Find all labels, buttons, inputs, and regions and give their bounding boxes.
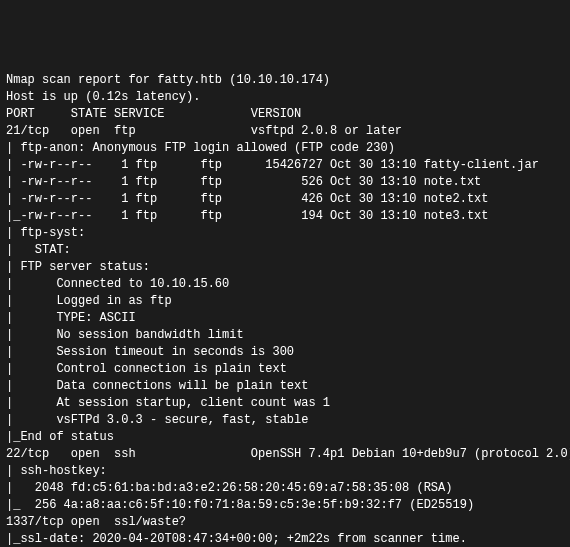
output-line: | ssh-hostkey: — [6, 463, 564, 480]
output-line: |_-rw-r--r-- 1 ftp ftp 194 Oct 30 13:10 … — [6, 208, 564, 225]
output-line: | vsFTPd 3.0.3 - secure, fast, stable — [6, 412, 564, 429]
output-line: | Connected to 10.10.15.60 — [6, 276, 564, 293]
output-line: |_ssl-date: 2020-04-20T08:47:34+00:00; +… — [6, 531, 564, 547]
output-line: 22/tcp open ssh OpenSSH 7.4p1 Debian 10+… — [6, 446, 564, 463]
output-line: | ftp-anon: Anonymous FTP login allowed … — [6, 140, 564, 157]
report-title: Nmap scan report for fatty.htb (10.10.10… — [6, 72, 564, 89]
output-line: | Control connection is plain text — [6, 361, 564, 378]
output-line: | Data connections will be plain text — [6, 378, 564, 395]
output-line: | STAT: — [6, 242, 564, 259]
output-line: | Logged in as ftp — [6, 293, 564, 310]
output-line: | At session startup, client count was 1 — [6, 395, 564, 412]
output-line: | 2048 fd:c5:61:ba:bd:a3:e2:26:58:20:45:… — [6, 480, 564, 497]
output-line: |_End of status — [6, 429, 564, 446]
output-line: | Session timeout in seconds is 300 — [6, 344, 564, 361]
output-line: | TYPE: ASCII — [6, 310, 564, 327]
output-line: 21/tcp open ftp vsftpd 2.0.8 or later — [6, 123, 564, 140]
port-header: PORT STATE SERVICE VERSION — [6, 106, 564, 123]
output-line: | No session bandwidth limit — [6, 327, 564, 344]
output-line: | ftp-syst: — [6, 225, 564, 242]
output-line: | -rw-r--r-- 1 ftp ftp 526 Oct 30 13:10 … — [6, 174, 564, 191]
output-line: | -rw-r--r-- 1 ftp ftp 426 Oct 30 13:10 … — [6, 191, 564, 208]
output-line: | -rw-r--r-- 1 ftp ftp 15426727 Oct 30 1… — [6, 157, 564, 174]
output-line: 1337/tcp open ssl/waste? — [6, 514, 564, 531]
output-line: |_ 256 4a:a8:aa:c6:5f:10:f0:71:8a:59:c5:… — [6, 497, 564, 514]
host-status: Host is up (0.12s latency). — [6, 89, 564, 106]
output-line: | FTP server status: — [6, 259, 564, 276]
